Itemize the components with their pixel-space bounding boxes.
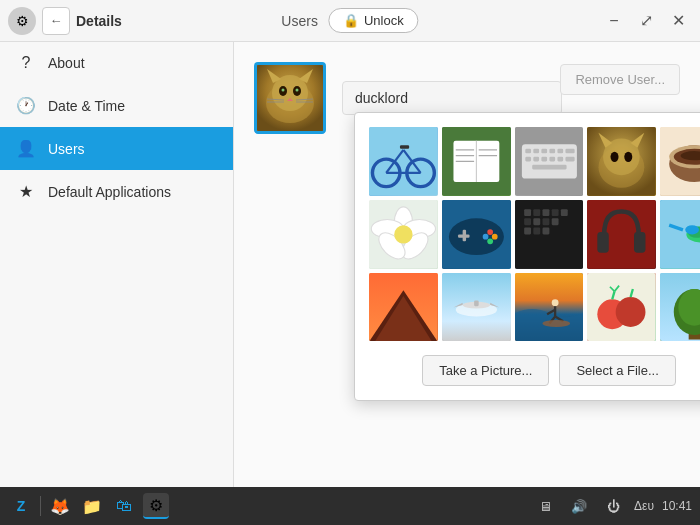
svg-rect-83 — [542, 227, 549, 234]
svg-rect-79 — [542, 218, 549, 225]
photo-option-gamepad[interactable] — [442, 200, 511, 269]
svg-point-104 — [551, 299, 558, 306]
select-file-button[interactable]: Select a File... — [559, 355, 675, 386]
section-label: Users — [281, 13, 318, 29]
svg-rect-32 — [533, 149, 539, 154]
svg-point-7 — [282, 89, 285, 92]
sidebar-item-label: Default Applications — [48, 184, 171, 200]
taskbar-icon-software[interactable]: 🛍 — [111, 493, 137, 519]
close-button[interactable]: ✕ — [664, 7, 692, 35]
photo-option-headphones[interactable] — [587, 200, 656, 269]
sidebar-item-label: Date & Time — [48, 98, 125, 114]
svg-rect-78 — [533, 218, 540, 225]
svg-point-67 — [487, 229, 493, 235]
avatar — [257, 65, 323, 131]
photo-option-tree[interactable] — [660, 273, 700, 342]
svg-rect-37 — [525, 157, 531, 162]
photo-option-plane[interactable] — [442, 273, 511, 342]
titlebar-center: Users 🔒 Unlock — [281, 8, 418, 33]
svg-rect-66 — [458, 234, 469, 237]
svg-rect-76 — [560, 209, 567, 216]
photo-grid — [369, 127, 700, 341]
clock-icon: 🕐 — [16, 96, 36, 115]
page-title: Details — [76, 13, 122, 29]
sidebar-item-users[interactable]: 👤 Users — [0, 127, 233, 170]
svg-point-69 — [492, 234, 498, 240]
svg-rect-80 — [551, 218, 558, 225]
photo-option-coffee[interactable] — [660, 127, 700, 196]
photo-option-flower[interactable] — [369, 200, 438, 269]
svg-rect-82 — [533, 227, 540, 234]
taskbar-left: Z 🦊 📁 🛍 ⚙ — [8, 493, 532, 519]
taskbar-right: 🖥 🔊 ⏻ Δευ 10:41 — [532, 493, 692, 519]
sidebar-item-label: About — [48, 55, 85, 71]
back-button[interactable]: ← — [42, 7, 70, 35]
titlebar-right: − ⤢ ✕ — [600, 7, 692, 35]
user-icon: 👤 — [16, 139, 36, 158]
svg-point-68 — [483, 234, 489, 240]
main-area: ? About 🕐 Date & Time 👤 Users ★ Default … — [0, 42, 700, 487]
svg-rect-34 — [549, 149, 555, 154]
taskbar-icon-files[interactable]: 📁 — [79, 493, 105, 519]
photo-option-dark[interactable] — [515, 200, 584, 269]
unlock-label: Unlock — [364, 13, 404, 28]
svg-point-109 — [542, 320, 570, 327]
svg-rect-33 — [541, 149, 547, 154]
minimize-button[interactable]: − — [600, 7, 628, 35]
svg-rect-85 — [598, 232, 609, 253]
svg-rect-38 — [533, 157, 539, 162]
photo-option-bike[interactable] — [369, 127, 438, 196]
svg-rect-77 — [524, 218, 531, 225]
taskbar-icon-settings[interactable]: ⚙ — [143, 493, 169, 519]
sidebar-item-defaultapps[interactable]: ★ Default Applications — [0, 170, 233, 213]
svg-rect-72 — [524, 209, 531, 216]
titlebar: ⚙ ← Details Users 🔒 Unlock − ⤢ ✕ — [0, 0, 700, 42]
taskbar-locale: Δευ — [634, 499, 654, 513]
taskbar-separator — [40, 496, 41, 516]
taskbar-icon-zorin[interactable]: Z — [8, 493, 34, 519]
photo-option-bird[interactable] — [660, 200, 700, 269]
power-icon[interactable]: ⏻ — [600, 493, 626, 519]
svg-rect-102 — [474, 300, 479, 306]
svg-rect-73 — [533, 209, 540, 216]
svg-rect-75 — [551, 209, 558, 216]
photo-option-book[interactable] — [442, 127, 511, 196]
svg-rect-86 — [634, 232, 645, 253]
svg-rect-74 — [542, 209, 549, 216]
svg-point-62 — [394, 225, 412, 243]
photo-option-tomato[interactable] — [587, 273, 656, 342]
photo-option-surf[interactable] — [515, 273, 584, 342]
back-arrow-icon: ← — [50, 13, 63, 28]
svg-rect-36 — [565, 149, 574, 154]
sidebar-item-datetime[interactable]: 🕐 Date & Time — [0, 84, 233, 127]
svg-rect-35 — [557, 149, 563, 154]
unlock-button[interactable]: 🔒 Unlock — [328, 8, 419, 33]
take-picture-button[interactable]: Take a Picture... — [422, 355, 549, 386]
svg-point-90 — [685, 225, 699, 234]
taskbar-icon-firefox[interactable]: 🦊 — [47, 493, 73, 519]
lock-icon: 🔒 — [343, 13, 359, 28]
svg-rect-43 — [532, 165, 566, 170]
photo-option-keyboard[interactable] — [515, 127, 584, 196]
star-icon: ★ — [16, 182, 36, 201]
photo-option-cat[interactable] — [587, 127, 656, 196]
svg-rect-39 — [541, 157, 547, 162]
svg-point-8 — [296, 89, 299, 92]
sidebar-item-label: Users — [48, 141, 85, 157]
content-area: Remove User... — [234, 42, 700, 487]
restore-button[interactable]: ⤢ — [632, 7, 660, 35]
username-input[interactable] — [342, 81, 562, 115]
avatar-frame[interactable] — [254, 62, 326, 134]
sidebar-item-about[interactable]: ? About — [0, 42, 233, 84]
display-icon[interactable]: 🖥 — [532, 493, 558, 519]
svg-rect-42 — [565, 157, 574, 162]
volume-icon[interactable]: 🔊 — [566, 493, 592, 519]
photo-option-mountain[interactable] — [369, 273, 438, 342]
picker-actions: Take a Picture... Select a File... — [369, 355, 700, 386]
gear-icon: ⚙ — [8, 7, 36, 35]
taskbar-time: 10:41 — [662, 499, 692, 513]
svg-point-49 — [611, 152, 619, 162]
remove-user-button[interactable]: Remove User... — [560, 64, 680, 95]
taskbar: Z 🦊 📁 🛍 ⚙ 🖥 🔊 ⏻ Δευ 10:41 — [0, 487, 700, 525]
svg-rect-41 — [557, 157, 563, 162]
